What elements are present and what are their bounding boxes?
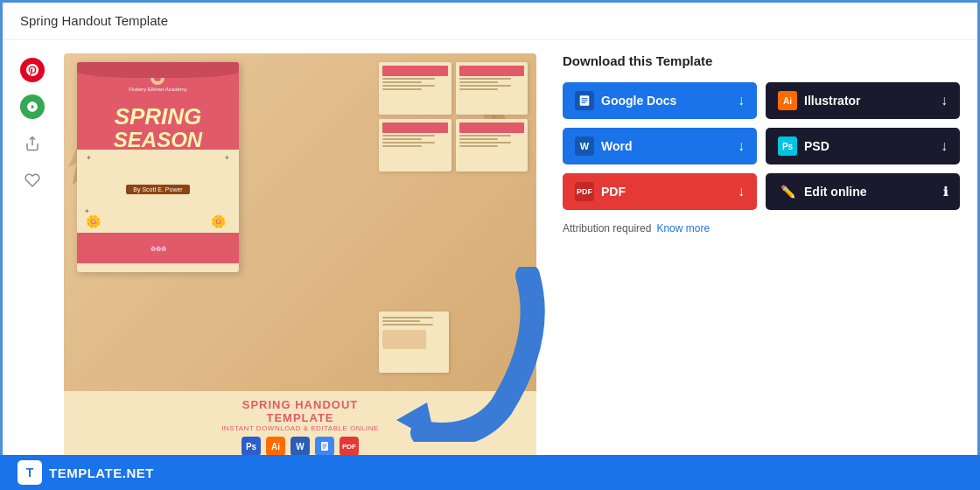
author-badge: By Scott E. Power bbox=[126, 185, 189, 194]
attribution-text: Attribution required bbox=[563, 222, 651, 234]
flyer-middle: ✦ ✦ ✦ 🌼 🌼 By Scott E. Power bbox=[77, 150, 239, 233]
word-btn-inner: W Word bbox=[575, 136, 633, 156]
page-title: Spring Handout Template bbox=[20, 13, 168, 28]
footer: T TEMPLATE.NET bbox=[0, 455, 980, 490]
doc-page-4 bbox=[456, 119, 528, 172]
download-grid: Google Docs ↓ Ai Illustrator ↓ W Word ↓ bbox=[563, 82, 960, 210]
psd-label: PSD bbox=[804, 139, 830, 153]
header: Spring Handout Template bbox=[3, 3, 977, 40]
logo-letter: T bbox=[26, 466, 34, 480]
season-text: SEASON bbox=[114, 128, 202, 152]
doc-page-2 bbox=[456, 62, 528, 115]
spring-text: SPRING bbox=[115, 105, 202, 128]
pages-grid bbox=[379, 62, 528, 172]
doc-page-3 bbox=[379, 119, 452, 172]
edit-online-icon: ✏️ bbox=[778, 182, 797, 201]
logo-box: T bbox=[18, 460, 42, 485]
share-button[interactable] bbox=[20, 131, 45, 156]
illustrator-icon: Ai bbox=[778, 91, 797, 110]
pdf-tool-icon: PDF bbox=[340, 437, 359, 456]
google-docs-label: Google Docs bbox=[601, 94, 676, 108]
google-docs-icon bbox=[575, 91, 594, 110]
sidebar-icons bbox=[20, 53, 46, 468]
google-docs-btn-inner: Google Docs bbox=[575, 91, 676, 110]
svg-rect-2 bbox=[323, 444, 327, 445]
svg-rect-9 bbox=[582, 102, 586, 103]
psd-button[interactable]: Ps PSD ↓ bbox=[766, 128, 960, 164]
footer-logo: T TEMPLATE.NET bbox=[18, 460, 154, 485]
pdf-label: PDF bbox=[601, 185, 626, 199]
favorite-button[interactable] bbox=[20, 168, 45, 192]
edit-online-button[interactable]: ✏️ Edit online ℹ bbox=[766, 173, 960, 210]
main-flyer: Flubery Elkhart Academy SPRING SEASON ✦ … bbox=[77, 62, 239, 272]
ai-tool-icon: Ai bbox=[266, 437, 285, 456]
pdf-button[interactable]: PDF PDF ↓ bbox=[563, 173, 757, 210]
google-docs-button[interactable]: Google Docs ↓ bbox=[563, 82, 757, 119]
google-share-button[interactable] bbox=[20, 94, 45, 119]
docs-tool-icon bbox=[315, 437, 334, 456]
svg-rect-3 bbox=[323, 446, 327, 447]
word-icon: W bbox=[575, 136, 594, 156]
svg-rect-8 bbox=[582, 100, 588, 101]
ps-tool-icon: Ps bbox=[242, 437, 261, 456]
pdf-btn-inner: PDF PDF bbox=[575, 182, 626, 201]
svg-rect-4 bbox=[323, 448, 326, 449]
flyer-bottom-red: 🌸🌸🌸 bbox=[77, 233, 239, 263]
pdf-icon: PDF bbox=[575, 182, 594, 201]
psd-download-icon: ↓ bbox=[941, 138, 948, 154]
psd-btn-inner: Ps PSD bbox=[778, 136, 830, 156]
psd-icon: Ps bbox=[778, 136, 797, 156]
attribution-row: Attribution required Know more bbox=[563, 222, 960, 234]
pinterest-button[interactable] bbox=[20, 58, 45, 82]
know-more-link[interactable]: Know more bbox=[656, 222, 710, 234]
illustrator-label: Illustrator bbox=[804, 94, 861, 108]
word-download-icon: ↓ bbox=[738, 138, 745, 154]
google-docs-download-icon: ↓ bbox=[738, 93, 745, 108]
main-content: Flubery Elkhart Academy SPRING SEASON ✦ … bbox=[3, 40, 977, 481]
brand-name: TEMPLATE.NET bbox=[49, 466, 154, 480]
flyer-top: Flubery Elkhart Academy SPRING SEASON bbox=[77, 62, 239, 150]
svg-rect-7 bbox=[582, 98, 588, 99]
illustrator-button[interactable]: Ai Illustrator ↓ bbox=[766, 82, 960, 119]
edit-online-label: Edit online bbox=[804, 185, 867, 199]
right-panel: Download this Template Google Docs ↓ Ai … bbox=[554, 53, 960, 468]
word-label: Word bbox=[601, 139, 633, 153]
download-title: Download this Template bbox=[563, 53, 960, 68]
illustrator-btn-inner: Ai Illustrator bbox=[778, 91, 861, 110]
edit-online-btn-inner: ✏️ Edit online bbox=[778, 182, 867, 201]
doc-page-1 bbox=[379, 62, 452, 115]
word-button[interactable]: W Word ↓ bbox=[563, 128, 757, 164]
edit-online-info-icon: ℹ bbox=[943, 185, 948, 199]
word-tool-icon: W bbox=[290, 437, 310, 456]
illustrator-download-icon: ↓ bbox=[941, 93, 948, 108]
preview-wrapper: Flubery Elkhart Academy SPRING SEASON ✦ … bbox=[64, 53, 536, 468]
blue-arrow bbox=[370, 267, 563, 442]
pdf-download-icon: ↓ bbox=[738, 184, 745, 200]
